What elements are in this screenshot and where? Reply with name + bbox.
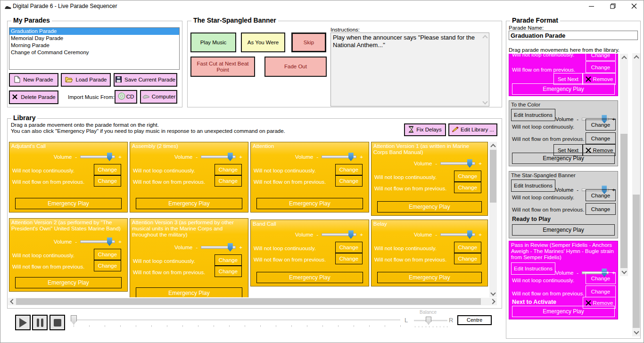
format-list-scrollbar[interactable] <box>620 54 628 276</box>
change-loop-button[interactable]: Change <box>454 171 481 182</box>
format-scroll-down[interactable] <box>620 268 628 276</box>
instructions-scrollbar[interactable] <box>481 33 489 106</box>
change-flow-button[interactable]: Change <box>586 286 616 297</box>
close-button[interactable] <box>623 0 644 12</box>
change-flow-button[interactable]: Change <box>454 253 481 264</box>
stop-button[interactable] <box>50 315 65 330</box>
change-loop-button[interactable]: Change <box>94 249 121 260</box>
parade-listbox[interactable]: Graduation ParadeMemorial Day ParadeMorn… <box>9 27 180 70</box>
change-flow-button[interactable]: Change <box>215 175 242 187</box>
volume-slider-thumb[interactable] <box>467 230 472 239</box>
change-loop-button[interactable]: Change <box>454 242 481 253</box>
instructions-textarea[interactable]: Play when the announcer says "Please sta… <box>330 33 489 106</box>
library-scroll-down[interactable] <box>489 290 497 297</box>
change-loop-button[interactable]: Change <box>586 119 616 131</box>
edit-instructions-button[interactable]: Edit Instructions <box>511 109 555 121</box>
parade-list-item[interactable]: Morning Parade <box>9 42 179 49</box>
parade-name-input[interactable] <box>509 31 638 40</box>
emergency-play-button[interactable]: Emergency Play <box>512 224 615 236</box>
balance-thumb[interactable] <box>426 317 431 325</box>
play-music-button[interactable]: Play Music <box>190 33 236 52</box>
play-button[interactable] <box>15 315 31 330</box>
emergency-play-button[interactable]: Emergency Play <box>512 306 615 317</box>
volume-slider[interactable] <box>440 233 475 236</box>
change-flow-button[interactable]: Change <box>215 266 242 277</box>
volume-slider[interactable] <box>201 246 236 249</box>
edit-library-button[interactable]: Edit Library ... <box>448 123 497 136</box>
minimize-button[interactable] <box>581 0 602 12</box>
emergency-play-button[interactable]: Emergency Play <box>15 198 122 209</box>
volume-slider-thumb[interactable] <box>467 159 472 168</box>
import-cd-button[interactable]: CD <box>115 90 137 104</box>
skip-button[interactable]: Skip <box>291 33 326 52</box>
emergency-play-button[interactable]: Emergency Play <box>256 272 363 283</box>
timeline-track[interactable] <box>71 319 400 321</box>
edit-instructions-button[interactable]: Edit Instructions <box>511 262 555 275</box>
change-loop-button[interactable]: Change <box>335 242 363 253</box>
change-flow-button[interactable]: Change <box>94 260 121 271</box>
library-scroll-right[interactable] <box>489 298 497 305</box>
change-flow-button[interactable]: Change <box>586 132 616 144</box>
emergency-play-button[interactable]: Emergency Play <box>136 287 242 297</box>
library-hscroll-thumb[interactable] <box>16 298 481 305</box>
library-hscrollbar[interactable] <box>8 298 497 305</box>
centre-button[interactable]: Centre <box>457 315 492 325</box>
emergency-play-button[interactable]: Emergency Play <box>377 201 482 212</box>
parade-list-item[interactable]: Graduation Parade <box>9 28 179 35</box>
library-scroll-left[interactable] <box>8 298 16 305</box>
change-loop-button[interactable]: Change <box>586 54 616 61</box>
pause-button[interactable] <box>32 315 48 330</box>
save-parade-button[interactable]: Save Current Parade <box>114 73 177 87</box>
change-loop-button[interactable]: Change <box>215 164 242 175</box>
emergency-play-button[interactable]: Emergency Play <box>377 272 482 283</box>
change-flow-button[interactable]: Change <box>335 175 363 187</box>
panel-scroll-thumb[interactable] <box>633 195 640 328</box>
volume-slider[interactable] <box>80 240 115 243</box>
format-scroll-thumb[interactable] <box>620 134 627 268</box>
change-loop-button[interactable]: Change <box>215 254 242 266</box>
change-loop-button[interactable]: Change <box>586 272 616 284</box>
volume-slider-thumb[interactable] <box>107 153 112 161</box>
volume-slider-thumb[interactable] <box>228 153 233 161</box>
volume-slider[interactable] <box>322 233 356 236</box>
panel-scroll-down[interactable] <box>632 328 640 336</box>
delete-parade-button[interactable]: Delete Parade <box>9 90 58 104</box>
volume-slider-thumb[interactable] <box>228 243 233 252</box>
new-parade-button[interactable]: New Parade <box>9 73 58 87</box>
fast-cut-button[interactable]: Fast Cut at Next Beat Point <box>190 57 255 77</box>
volume-slider-thumb[interactable] <box>348 230 354 239</box>
import-computer-button[interactable]: Computer <box>140 90 177 104</box>
library-vscroll-thumb[interactable] <box>490 150 496 203</box>
volume-slider[interactable] <box>322 155 356 158</box>
instructions-scroll-down[interactable] <box>481 98 489 106</box>
format-scroll-up[interactable] <box>620 54 628 62</box>
change-flow-button[interactable]: Change <box>335 253 363 264</box>
as-you-were-button[interactable]: As You Were <box>241 33 285 52</box>
change-flow-button[interactable]: Change <box>586 61 616 73</box>
change-flow-button[interactable]: Change <box>454 182 481 193</box>
parade-list-item[interactable]: Change of Command Ceremony <box>9 49 179 56</box>
change-loop-button[interactable]: Change <box>586 189 616 201</box>
library-vscrollbar[interactable] <box>489 142 497 297</box>
panel-scrollbar[interactable] <box>632 53 640 336</box>
panel-scroll-up[interactable] <box>632 53 640 61</box>
volume-slider-thumb[interactable] <box>348 153 354 161</box>
timeline-thumb[interactable] <box>71 315 77 325</box>
emergency-play-button[interactable]: Emergency Play <box>512 153 615 164</box>
volume-slider[interactable] <box>80 155 115 158</box>
instructions-scroll-up[interactable] <box>481 33 489 41</box>
change-flow-button[interactable]: Change <box>586 203 616 215</box>
fade-out-button[interactable]: Fade Out <box>264 57 327 77</box>
emergency-play-button[interactable]: Emergency Play <box>136 198 242 209</box>
volume-slider-thumb[interactable] <box>107 237 112 246</box>
emergency-play-button[interactable]: Emergency Play <box>512 83 615 95</box>
change-flow-button[interactable]: Change <box>94 175 121 187</box>
change-loop-button[interactable]: Change <box>94 164 121 175</box>
library-scroll-up[interactable] <box>489 142 497 149</box>
volume-slider[interactable] <box>201 155 236 158</box>
restore-button[interactable] <box>602 0 623 12</box>
edit-instructions-button[interactable]: Edit Instructions <box>511 180 555 192</box>
fix-delays-button[interactable]: Fix Delays <box>404 123 446 136</box>
emergency-play-button[interactable]: Emergency Play <box>15 277 122 288</box>
emergency-play-button[interactable]: Emergency Play <box>256 198 363 209</box>
